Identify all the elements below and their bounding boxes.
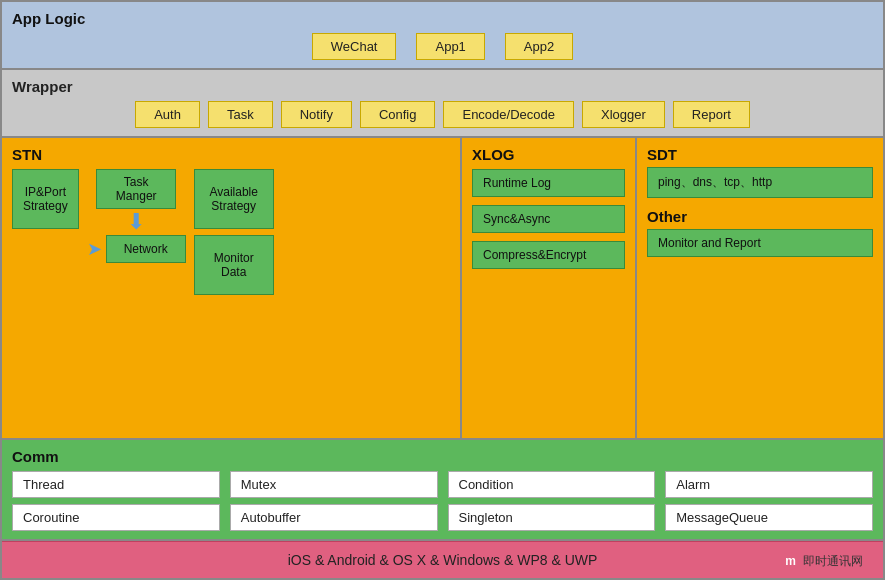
footer-logo-text: 即时通讯网 bbox=[803, 554, 863, 568]
wrapper-auth: Auth bbox=[135, 101, 200, 128]
app-logic-item-app2: App2 bbox=[505, 33, 573, 60]
comm-alarm: Alarm bbox=[665, 471, 873, 498]
comm-coroutine: Coroutine bbox=[12, 504, 220, 531]
comm-items: Thread Mutex Condition Alarm Coroutine A… bbox=[12, 471, 873, 531]
footer-logo: m 即时通讯网 bbox=[781, 553, 863, 570]
wrapper-items: Auth Task Notify Config Encode/Decode Xl… bbox=[12, 101, 873, 128]
other-content: Monitor and Report bbox=[647, 229, 873, 257]
xlog-items: Runtime Log Sync&Async Compress&Encrypt bbox=[472, 169, 625, 269]
wrapper-encode-decode: Encode/Decode bbox=[443, 101, 574, 128]
xlog-title: XLOG bbox=[472, 146, 625, 163]
stn-inner: IP&PortStrategy TaskManger ⬇ ➤ Network A… bbox=[12, 169, 450, 295]
comm-singleton: Singleton bbox=[448, 504, 656, 531]
stn-col2: TaskManger ⬇ ➤ Network bbox=[87, 169, 186, 263]
arrow-down-icon: ⬇ bbox=[127, 211, 145, 233]
sdt-other-section: SDT ping、dns、tcp、http Other Monitor and … bbox=[637, 138, 883, 438]
stn-task-manger: TaskManger bbox=[96, 169, 176, 209]
app-logic-section: App Logic WeChat App1 App2 bbox=[2, 2, 883, 70]
stn-title: STN bbox=[12, 146, 450, 163]
wrapper-report: Report bbox=[673, 101, 750, 128]
wrapper-section: Wrapper Auth Task Notify Config Encode/D… bbox=[2, 70, 883, 138]
arrow-right-icon: ➤ bbox=[87, 240, 102, 258]
wrapper-task: Task bbox=[208, 101, 273, 128]
other-title: Other bbox=[647, 208, 873, 225]
xlog-runtime-log: Runtime Log bbox=[472, 169, 625, 197]
comm-thread: Thread bbox=[12, 471, 220, 498]
footer: iOS & Android & OS X & Windows & WP8 & U… bbox=[2, 541, 883, 578]
app-logic-item-app1: App1 bbox=[416, 33, 484, 60]
comm-mutex: Mutex bbox=[230, 471, 438, 498]
wrapper-notify: Notify bbox=[281, 101, 352, 128]
wrapper-config: Config bbox=[360, 101, 436, 128]
comm-condition: Condition bbox=[448, 471, 656, 498]
stn-col3: AvailableStrategy MonitorData bbox=[194, 169, 274, 295]
footer-logo-icon: m bbox=[781, 552, 800, 570]
sdt-content: ping、dns、tcp、http bbox=[647, 167, 873, 198]
sdt-title: SDT bbox=[647, 146, 873, 163]
app-logic-title: App Logic bbox=[12, 10, 873, 27]
comm-section: Comm Thread Mutex Condition Alarm Corout… bbox=[2, 440, 883, 541]
stn-available-strategy: AvailableStrategy bbox=[194, 169, 274, 229]
stn-col1: IP&PortStrategy bbox=[12, 169, 79, 229]
stn-network: Network bbox=[106, 235, 186, 263]
wrapper-title: Wrapper bbox=[12, 78, 873, 95]
stn-monitor-data: MonitorData bbox=[194, 235, 274, 295]
wrapper-xlogger: Xlogger bbox=[582, 101, 665, 128]
xlog-compress-encrypt: Compress&Encrypt bbox=[472, 241, 625, 269]
middle-row: STN IP&PortStrategy TaskManger ⬇ ➤ Netwo… bbox=[2, 138, 883, 440]
comm-autobuffer: Autobuffer bbox=[230, 504, 438, 531]
stn-network-row: ➤ Network bbox=[87, 235, 186, 263]
comm-messagequeue: MessageQueue bbox=[665, 504, 873, 531]
app-logic-item-wechat: WeChat bbox=[312, 33, 397, 60]
comm-title: Comm bbox=[12, 448, 873, 465]
app-logic-items: WeChat App1 App2 bbox=[12, 33, 873, 60]
xlog-section: XLOG Runtime Log Sync&Async Compress&Enc… bbox=[462, 138, 637, 438]
xlog-sync-async: Sync&Async bbox=[472, 205, 625, 233]
footer-text: iOS & Android & OS X & Windows & WP8 & U… bbox=[288, 552, 598, 568]
stn-ip-port: IP&PortStrategy bbox=[12, 169, 79, 229]
stn-section: STN IP&PortStrategy TaskManger ⬇ ➤ Netwo… bbox=[2, 138, 462, 438]
